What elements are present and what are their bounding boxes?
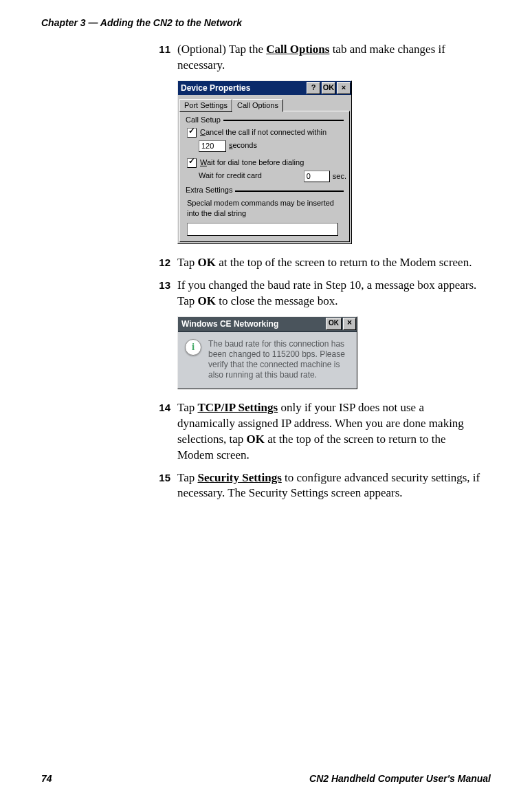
step-number: 12 [151,255,177,271]
step-13: 13 If you changed the baud rate in Step … [151,278,480,309]
step-text: Tap OK at the top of the screen to retur… [177,255,480,271]
msgbox-close-button[interactable]: × [343,318,356,330]
extra-help-text: Special modem commands may be inserted i… [187,198,344,219]
text-fragment: at the top of the screen to return to th… [216,256,472,269]
tcpip-settings-ref: TCP/IP Settings [198,401,278,414]
text-fragment: Tap [177,256,198,269]
ok-button[interactable]: OK [322,82,335,94]
cancel-call-checkbox[interactable] [187,128,197,138]
group-label: Extra Settings [186,185,235,195]
wait-dialtone-checkbox[interactable] [187,158,197,168]
security-settings-ref: Security Settings [198,471,282,484]
ok-ref: OK [198,256,216,269]
wait-credit-label: Wait for credit card [199,171,262,181]
device-properties-dialog: Device Properties ? OK × Port Settings C… [177,80,352,244]
tab-port-settings[interactable]: Port Settings [179,99,232,112]
msgbox-text: The baud rate for this connection has be… [208,339,350,380]
text-fragment: to close the message box. [216,294,338,307]
step-number: 15 [151,470,177,502]
credit-unit: sec. [333,172,346,180]
timeout-unit: seconds [229,140,257,151]
tab-panel: Call Setup Cancel the call if not connec… [179,111,350,242]
timeout-input[interactable]: 120 [199,140,226,152]
text-fragment: Tap [177,401,198,414]
step-text: If you changed the baud rate in Step 10,… [177,278,480,309]
msgbox-ok-button[interactable]: OK [326,318,342,330]
step-12: 12 Tap OK at the top of the screen to re… [151,255,480,271]
step-11: 11 (Optional) Tap the Call Options tab a… [151,42,480,74]
step-14: 14 Tap TCP/IP Settings only if your ISP … [151,400,480,464]
dialog-title: Device Properties [181,83,250,94]
call-options-label: Call Options [266,43,329,56]
wait-dialtone-label: Wait for dial tone before dialing [200,157,304,168]
msgbox-title: Windows CE Networking [181,318,278,329]
ok-ref: OK [247,433,265,446]
credit-seconds-input[interactable]: 0 [304,171,330,182]
group-label: Call Setup [186,115,223,125]
page-footer: 74 CN2 Handheld Computer User's Manual [41,759,491,785]
manual-title: CN2 Handheld Computer User's Manual [309,772,491,785]
close-button[interactable]: × [337,82,351,94]
running-header: Chapter 3 — Adding the CN2 to the Networ… [41,17,491,30]
group-call-setup: Call Setup [186,115,344,125]
group-extra-settings: Extra Settings [186,185,344,195]
step-15: 15 Tap Security Settings to configure ad… [151,470,480,502]
step-text: Tap TCP/IP Settings only if your ISP doe… [177,400,480,464]
step-number: 11 [151,42,177,74]
step-text: Tap Security Settings to configure advan… [177,470,480,502]
step-text: (Optional) Tap the Call Options tab and … [177,42,480,74]
extra-settings-input[interactable] [187,223,338,236]
info-icon: i [185,339,201,356]
help-button[interactable]: ? [307,82,320,94]
text-fragment: (Optional) Tap the [177,43,266,56]
step-number: 14 [151,400,177,464]
page-number: 74 [41,772,52,785]
ok-ref: OK [198,294,216,307]
dialog-titlebar: Device Properties ? OK × [178,81,351,95]
step-number: 13 [151,278,177,309]
networking-messagebox: Windows CE Networking OK × i The baud ra… [177,316,357,389]
tab-call-options[interactable]: Call Options [232,99,283,112]
msgbox-titlebar: Windows CE Networking OK × [178,317,357,332]
text-fragment: Tap [177,471,198,484]
cancel-call-label: Cancel the call if not connected within [200,127,326,138]
